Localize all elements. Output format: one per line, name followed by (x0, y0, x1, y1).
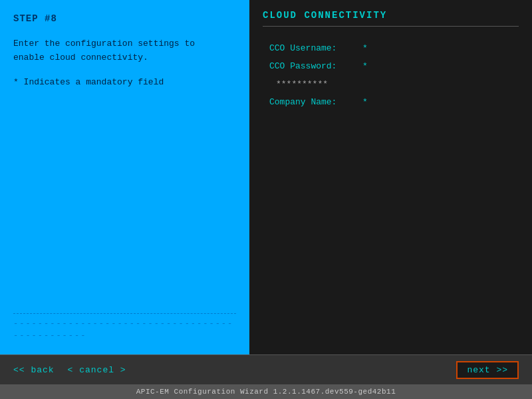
mandatory-note: * Indicates a mandatory field (13, 77, 236, 87)
cco-username-row: CCO Username: * (269, 43, 512, 53)
content-area: STEP #8 Enter the configuration settings… (0, 0, 532, 354)
form-area: CCO Username: * CCO Password: * ********… (263, 40, 519, 118)
description-text: Enter the configuration settings to enab… (13, 37, 236, 65)
divider-line: ----------------------------------------… (13, 319, 233, 340)
status-bar: APIC-EM Configuration Wizard 1.2.1.1467.… (0, 384, 532, 399)
right-panel-spacer (263, 118, 519, 344)
right-panel: CLOUD CONNECTIVITY CCO Username: * CCO P… (249, 0, 532, 354)
left-top: STEP #8 Enter the configuration settings… (13, 13, 236, 87)
next-button[interactable]: next >> (456, 361, 519, 379)
company-name-row: Company Name: * (269, 97, 512, 107)
right-panel-title: CLOUD CONNECTIVITY (263, 10, 519, 21)
cco-password-label: CCO Password: (269, 61, 362, 71)
company-name-label: Company Name: (269, 97, 362, 107)
title-divider (263, 26, 519, 27)
nav-buttons-left: << back < cancel > (13, 365, 126, 375)
description-line2: enable cloud connectivity. (13, 53, 148, 63)
main-container: STEP #8 Enter the configuration settings… (0, 0, 532, 399)
cco-username-label: CCO Username: (269, 43, 362, 53)
bottom-bar: << back < cancel > next >> (0, 354, 532, 384)
back-button[interactable]: << back (13, 365, 55, 375)
company-name-required: * (362, 97, 368, 107)
cco-password-row: CCO Password: * (269, 61, 512, 71)
step-label: STEP #8 (13, 13, 236, 24)
status-text: APIC-EM Configuration Wizard 1.2.1.1467.… (136, 388, 396, 396)
left-panel: STEP #8 Enter the configuration settings… (0, 0, 249, 354)
cancel-button[interactable]: < cancel > (68, 365, 126, 375)
left-bottom: ----------------------------------------… (13, 313, 236, 341)
cco-username-required: * (362, 43, 368, 53)
description-line1: Enter the configuration settings to (13, 39, 195, 49)
cco-password-required: * (362, 61, 368, 71)
password-dots: ********** (269, 79, 512, 89)
